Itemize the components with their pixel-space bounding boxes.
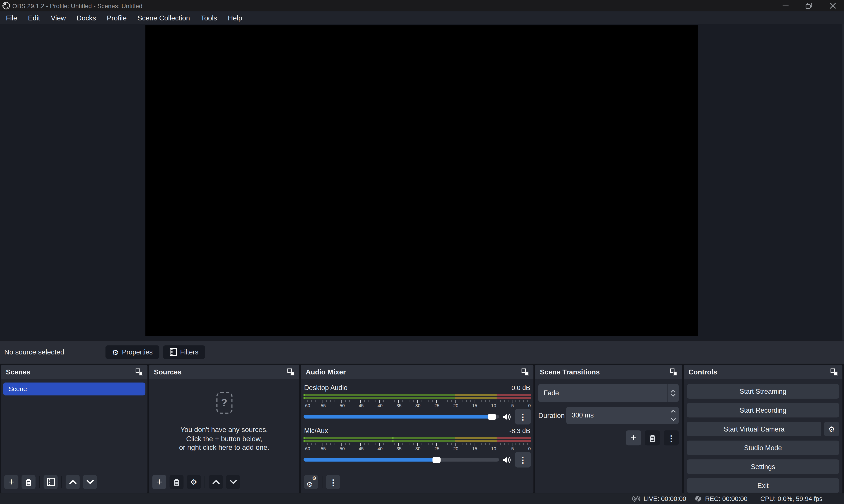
chevron-up-icon	[69, 480, 77, 485]
popout-icon[interactable]	[287, 368, 295, 376]
empty-text-line: or right click here to add one.	[179, 443, 269, 452]
audio-mixer-header[interactable]: Audio Mixer	[301, 365, 533, 379]
source-status-text: No source selected	[4, 348, 106, 356]
minimize-icon[interactable]	[781, 2, 789, 10]
filters-icon	[47, 478, 55, 486]
mixer-channel-desktop-audio: Desktop Audio 0.0 dB -60-55-50-45-40-35-…	[304, 384, 531, 425]
chevron-up-icon	[671, 389, 675, 393]
remove-source-button[interactable]	[170, 475, 184, 489]
duration-value: 300 ms	[566, 412, 594, 419]
duration-spinbox[interactable]: 300 ms	[566, 407, 679, 424]
trash-icon	[25, 478, 32, 486]
menu-tools[interactable]: Tools	[196, 12, 222, 23]
toolbar-separator	[205, 476, 205, 488]
add-scene-button[interactable]: +	[4, 475, 18, 489]
scene-transitions-title: Scene Transitions	[540, 368, 600, 376]
slider-handle[interactable]	[433, 457, 441, 463]
sources-toolbar: + ⚙	[152, 475, 240, 489]
menu-edit[interactable]: Edit	[23, 12, 45, 23]
popout-icon[interactable]	[670, 368, 677, 376]
question-mark-icon: ?	[216, 392, 232, 414]
restore-icon[interactable]	[805, 2, 813, 10]
record-inactive-icon	[694, 495, 702, 502]
popout-icon[interactable]	[831, 368, 838, 376]
more-vertical-icon: ⋮	[329, 478, 337, 486]
remove-transition-button[interactable]	[645, 430, 660, 446]
advanced-audio-button[interactable]: ⚙⚙	[304, 475, 318, 489]
filters-icon	[170, 348, 177, 356]
chevron-down-icon[interactable]	[671, 418, 676, 421]
add-transition-button[interactable]: +	[626, 430, 641, 446]
gear-icon: ⚙	[190, 478, 197, 486]
transition-select[interactable]: Fade	[538, 384, 679, 402]
move-scene-up-button[interactable]	[66, 475, 80, 489]
transition-properties-button[interactable]: ⋮	[664, 430, 679, 446]
menu-scene-collection[interactable]: Scene Collection	[133, 12, 195, 23]
meter-scale: -60-55-50-45-40-35-30-25-20-15-10-50	[304, 446, 531, 451]
sources-title: Sources	[154, 368, 182, 376]
menu-file[interactable]: File	[1, 12, 22, 23]
scene-list-item[interactable]: Scene	[3, 382, 145, 396]
cpu-fps-stats: CPU: 0.0%, 59.94 fps	[760, 495, 823, 502]
properties-button[interactable]: ⚙ Properties	[105, 345, 159, 359]
volume-slider[interactable]	[304, 458, 499, 462]
channel-menu-button[interactable]: ⋮	[515, 452, 531, 468]
chevron-up-icon[interactable]	[671, 409, 676, 413]
source-properties-button[interactable]: ⚙	[187, 475, 201, 489]
virtual-camera-settings-button[interactable]: ⚙	[824, 422, 839, 436]
popout-icon[interactable]	[522, 368, 529, 376]
start-recording-button[interactable]: Start Recording	[687, 403, 839, 417]
source-toolbar: No source selected ⚙ Properties Filters	[0, 341, 844, 364]
settings-button[interactable]: Settings	[687, 460, 839, 474]
speaker-icon[interactable]	[503, 412, 511, 421]
scene-transitions-panel: Scene Transitions Fade Duration 300 ms	[535, 365, 682, 493]
remove-scene-button[interactable]	[21, 475, 36, 489]
status-bar: LIVE: 00:00:00 REC: 00:00:00 CPU: 0.0%, …	[0, 493, 844, 504]
scenes-body: Scene +	[1, 379, 147, 493]
slider-handle[interactable]	[488, 414, 496, 420]
mixer-toolbar: ⚙⚙ ⋮	[304, 475, 340, 489]
channel-menu-button[interactable]: ⋮	[515, 409, 531, 425]
mixer-menu-button[interactable]: ⋮	[326, 475, 340, 489]
studio-mode-button[interactable]: Studio Mode	[687, 440, 839, 455]
scene-filters-button[interactable]	[43, 475, 57, 489]
speaker-icon[interactable]	[503, 455, 511, 464]
start-streaming-button[interactable]: Start Streaming	[687, 384, 839, 399]
exit-button[interactable]: Exit	[687, 478, 839, 493]
channel-level-value: -8.3 dB	[509, 427, 530, 435]
add-source-button[interactable]: +	[152, 475, 166, 489]
stream-inactive-icon	[632, 495, 641, 502]
controls-header[interactable]: Controls	[684, 365, 842, 379]
title-bar: OBS 29.1.2 - Profile: Untitled - Scenes:…	[0, 0, 844, 11]
controls-body: Start Streaming Start Recording Start Vi…	[684, 379, 842, 493]
menu-docks[interactable]: Docks	[72, 12, 101, 23]
move-scene-down-button[interactable]	[83, 475, 97, 489]
preview-canvas[interactable]	[145, 25, 698, 336]
sources-empty-state: ? You don't have any sources. Click the …	[149, 392, 299, 452]
meter-scale: -60-55-50-45-40-35-30-25-20-15-10-50	[304, 403, 531, 408]
scene-transitions-header[interactable]: Scene Transitions	[535, 365, 682, 379]
sources-header[interactable]: Sources	[149, 365, 299, 379]
sources-body[interactable]: ? You don't have any sources. Click the …	[149, 379, 299, 493]
chevron-down-icon	[671, 394, 675, 397]
volume-slider[interactable]	[304, 415, 499, 418]
close-icon[interactable]	[829, 2, 836, 10]
filters-button[interactable]: Filters	[163, 345, 205, 359]
dock-area: Scenes Scene +	[0, 364, 844, 493]
window-controls	[781, 2, 839, 10]
menu-help[interactable]: Help	[223, 12, 247, 23]
scenes-header[interactable]: Scenes	[1, 365, 147, 379]
start-virtual-camera-button[interactable]: Start Virtual Camera	[687, 422, 821, 436]
scene-transitions-body: Fade Duration 300 ms	[535, 379, 682, 493]
popout-icon[interactable]	[136, 368, 143, 376]
menu-profile[interactable]: Profile	[102, 12, 131, 23]
more-vertical-icon: ⋮	[519, 413, 527, 421]
double-gear-icon: ⚙⚙	[307, 478, 315, 486]
controls-panel: Controls Start Streaming Start Recording…	[684, 365, 842, 493]
move-source-down-button[interactable]	[226, 475, 240, 489]
dock-edge-strip	[842, 24, 844, 340]
menu-view[interactable]: View	[46, 12, 71, 23]
chevron-down-icon	[86, 480, 94, 485]
duration-row: Duration 300 ms	[538, 407, 679, 424]
move-source-up-button[interactable]	[209, 475, 223, 489]
